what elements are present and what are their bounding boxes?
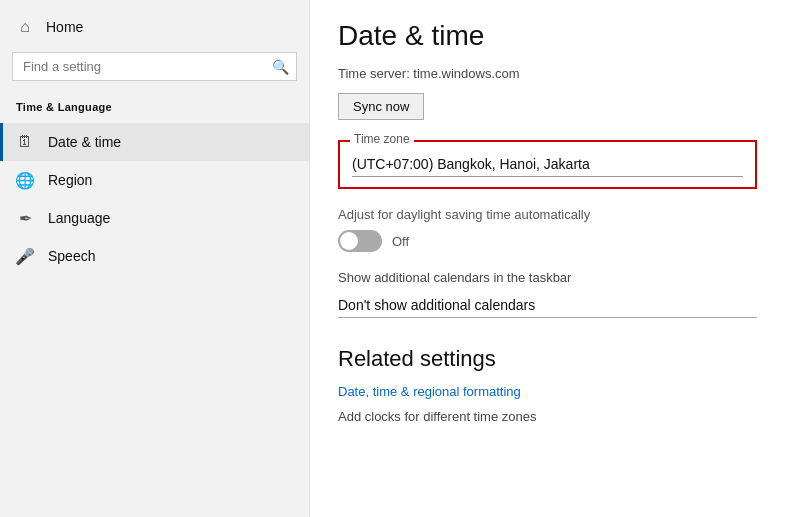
main-content: Date & time Time server: time.windows.co… (310, 0, 785, 517)
toggle-state-label: Off (392, 234, 409, 249)
sidebar-section-title: Time & Language (0, 97, 309, 123)
related-settings-title: Related settings (338, 346, 757, 372)
home-icon: ⌂ (16, 18, 34, 36)
additional-cal-wrapper: Don't show additional calendars (338, 293, 757, 318)
timezone-select[interactable]: (UTC+07:00) Bangkok, Hanoi, Jakarta (352, 152, 743, 177)
add-clocks-label: Add clocks for different time zones (338, 409, 757, 424)
daylight-saving-label: Adjust for daylight saving time automati… (338, 207, 757, 222)
date-time-regional-link[interactable]: Date, time & regional formatting (338, 384, 757, 399)
sidebar-item-speech-label: Speech (48, 248, 95, 264)
daylight-toggle[interactable] (338, 230, 382, 252)
sidebar-home-label: Home (46, 19, 83, 35)
sidebar-item-date-time[interactable]: 🗓 Date & time (0, 123, 309, 161)
additional-cal-select[interactable]: Don't show additional calendars (338, 297, 757, 313)
sidebar-item-language[interactable]: ✒ Language (0, 199, 309, 237)
sidebar-item-date-time-label: Date & time (48, 134, 121, 150)
search-icon: 🔍 (272, 59, 289, 75)
date-time-icon: 🗓 (16, 133, 34, 151)
search-box: 🔍 (12, 52, 297, 81)
timezone-legend-label: Time zone (350, 132, 414, 146)
timezone-section: Time zone (UTC+07:00) Bangkok, Hanoi, Ja… (338, 140, 757, 189)
sidebar-item-region-label: Region (48, 172, 92, 188)
speech-icon: 🎤 (16, 247, 34, 265)
page-title: Date & time (338, 20, 757, 52)
sidebar-item-speech[interactable]: 🎤 Speech (0, 237, 309, 275)
language-icon: ✒ (16, 209, 34, 227)
additional-cal-label: Show additional calendars in the taskbar (338, 270, 757, 285)
sidebar-item-home[interactable]: ⌂ Home (0, 10, 309, 44)
time-server-label: Time server: time.windows.com (338, 66, 757, 81)
search-input[interactable] (12, 52, 297, 81)
sidebar-item-region[interactable]: 🌐 Region (0, 161, 309, 199)
sidebar: ⌂ Home 🔍 Time & Language 🗓 Date & time 🌐… (0, 0, 310, 517)
toggle-knob (340, 232, 358, 250)
daylight-toggle-row: Off (338, 230, 757, 252)
sync-now-button[interactable]: Sync now (338, 93, 424, 120)
sidebar-item-language-label: Language (48, 210, 110, 226)
region-icon: 🌐 (16, 171, 34, 189)
